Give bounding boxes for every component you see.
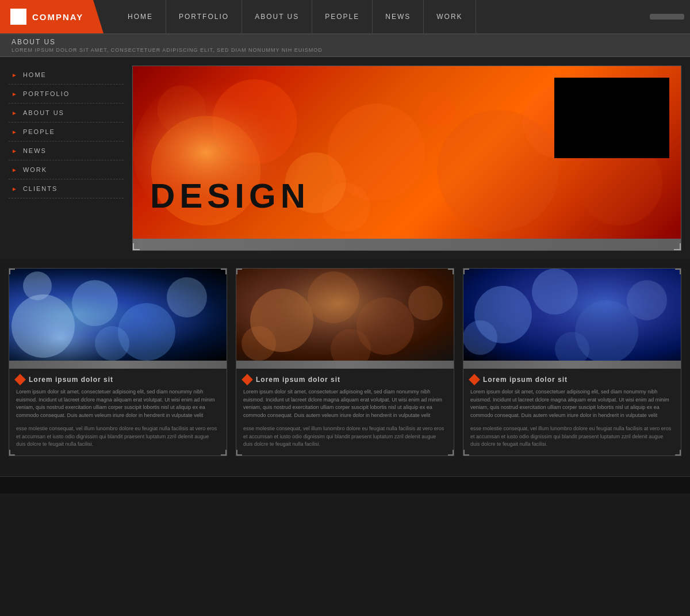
top-nav: COMPNAY HOME PORTFOLIO ABOUT US PEOPLE N…	[0, 0, 690, 35]
sidebar-arrow-work: ►	[12, 167, 18, 173]
card3-corner-bl	[463, 450, 469, 456]
sidebar-label-portfolio: PORTFOLIO	[23, 90, 70, 97]
sidebar-item-about[interactable]: ► ABOUT US	[9, 104, 124, 123]
card3-text2: esse molestie consequat, vel illum lunom…	[470, 425, 674, 449]
card2-corner-br	[448, 450, 454, 456]
sidebar-arrow-about: ►	[12, 110, 18, 116]
svg-point-21	[408, 286, 443, 320]
svg-point-5	[419, 91, 456, 128]
card1-text2: esse molestie consequat, vel illum lunom…	[16, 425, 220, 449]
sidebar-arrow-portfolio: ►	[12, 91, 18, 97]
svg-point-9	[321, 183, 370, 232]
card2-icon	[241, 374, 253, 385]
svg-point-14	[167, 277, 207, 317]
card-3: Lorem ipsum dolor sit Lorem ipsum dolor …	[463, 268, 681, 456]
hero-black-box	[554, 78, 669, 158]
card2-content: Lorem ipsum dolor sit Lorem ipsum dolor …	[236, 369, 454, 456]
card3-bubbles	[463, 269, 681, 361]
card1-corner-br	[221, 450, 227, 456]
nav-work[interactable]: WORK	[424, 0, 476, 33]
sidebar-item-people[interactable]: ► PEOPLE	[9, 123, 124, 141]
sidebar-label-people: PEOPLE	[23, 128, 55, 135]
svg-point-13	[118, 303, 175, 361]
sidebar-item-clients[interactable]: ► CLIENTS	[9, 179, 124, 198]
svg-point-19	[308, 271, 359, 323]
card2-corner-bl	[236, 450, 242, 456]
svg-point-6	[437, 110, 559, 232]
svg-point-22	[241, 326, 276, 361]
logo-icon	[10, 9, 26, 25]
sidebar-arrow-news: ►	[12, 148, 18, 154]
card1-bubbles	[9, 269, 227, 361]
nav-portfolio[interactable]: PORTFOLIO	[166, 0, 242, 33]
card2-strip	[236, 361, 454, 369]
nav-scrollbar[interactable]	[650, 14, 684, 20]
sidebar-label-work: WORK	[23, 166, 47, 173]
card1-title: Lorem ipsum dolor sit	[29, 376, 113, 384]
svg-point-24	[253, 269, 425, 361]
svg-point-20	[356, 297, 414, 355]
sidebar-label-clients: CLIENTS	[23, 185, 57, 192]
card3-corner-tr	[675, 269, 681, 274]
svg-point-29	[463, 320, 497, 355]
sidebar-label-home: HOME	[23, 71, 47, 78]
hero-design-text: DESIGN	[150, 176, 310, 216]
svg-point-15	[23, 271, 52, 300]
svg-point-25	[474, 286, 532, 343]
svg-point-16	[95, 326, 129, 361]
card3-icon	[469, 374, 480, 385]
card3-title: Lorem ipsum dolor sit	[483, 376, 568, 384]
card1-corner-bl	[9, 450, 15, 456]
card2-image	[236, 269, 454, 361]
svg-point-3	[157, 86, 206, 135]
logo-text: COMPNAY	[32, 12, 83, 22]
card1-title-row: Lorem ipsum dolor sit	[16, 376, 220, 384]
card2-corner-tr	[448, 269, 454, 274]
card3-content: Lorem ipsum dolor sit Lorem ipsum dolor …	[463, 369, 681, 456]
svg-point-27	[575, 300, 638, 361]
card2-text2: esse molestie consequat, vel illum lunom…	[243, 425, 447, 449]
cards-row: Lorem ipsum dolor sit Lorem ipsum dolor …	[9, 268, 681, 456]
card2-bubbles	[236, 269, 454, 361]
nav-people[interactable]: PEOPLE	[312, 0, 373, 33]
svg-point-26	[532, 269, 578, 315]
svg-point-30	[555, 332, 589, 361]
card3-image	[463, 269, 681, 361]
about-bar: ABOUT US LOREM IPSUM DOLOR SIT AMET, CON…	[0, 35, 690, 57]
sidebar-item-home[interactable]: ► HOME	[9, 66, 124, 85]
card1-text1: Lorem ipsum dolor sit amet, consectetuer…	[16, 388, 220, 419]
card-1: Lorem ipsum dolor sit Lorem ipsum dolor …	[9, 268, 227, 456]
card1-icon	[14, 374, 26, 385]
nav-news[interactable]: NEWS	[373, 0, 424, 33]
card2-title-row: Lorem ipsum dolor sit	[243, 376, 447, 384]
svg-point-12	[72, 280, 118, 326]
nav-home[interactable]: HOME	[115, 0, 166, 33]
hero-image: DESIGN	[133, 66, 681, 239]
svg-point-17	[9, 269, 164, 361]
about-subtitle: LOREM IPSUM DOLOR SIT AMET, CONSECTETUER…	[12, 47, 678, 53]
nav-items: HOME PORTFOLIO ABOUT US PEOPLE NEWS WORK	[103, 0, 650, 33]
svg-point-31	[497, 269, 681, 361]
svg-point-28	[627, 280, 667, 320]
card-2: Lorem ipsum dolor sit Lorem ipsum dolor …	[236, 268, 454, 456]
bottom-section: Lorem ipsum dolor sit Lorem ipsum dolor …	[0, 259, 690, 476]
card1-corner-tr	[221, 269, 227, 274]
sidebar-item-news[interactable]: ► NEWS	[9, 141, 124, 160]
logo-area: COMPNAY	[0, 0, 103, 33]
sidebar-arrow-home: ►	[12, 72, 18, 78]
sidebar-item-portfolio[interactable]: ► PORTFOLIO	[9, 85, 124, 104]
card3-strip	[463, 361, 681, 369]
hero-strip	[133, 239, 681, 250]
svg-point-4	[328, 104, 425, 201]
card1-corner-tl	[9, 269, 15, 274]
nav-about[interactable]: ABOUT US	[242, 0, 312, 33]
sidebar-arrow-people: ►	[12, 129, 18, 135]
card1-content: Lorem ipsum dolor sit Lorem ipsum dolor …	[9, 369, 227, 456]
card2-title: Lorem ipsum dolor sit	[256, 376, 340, 384]
footer	[0, 476, 690, 493]
main-content: ► HOME ► PORTFOLIO ► ABOUT US ► PEOPLE ►…	[0, 57, 690, 259]
sidebar: ► HOME ► PORTFOLIO ► ABOUT US ► PEOPLE ►…	[9, 66, 124, 251]
sidebar-item-work[interactable]: ► WORK	[9, 160, 124, 179]
card1-image	[9, 269, 227, 361]
sidebar-label-about: ABOUT US	[23, 109, 64, 116]
